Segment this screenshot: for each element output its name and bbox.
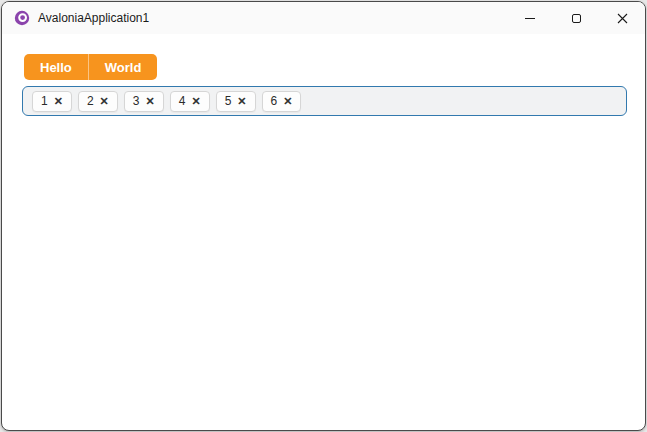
- chip-box[interactable]: 1 ✕ 2 ✕ 3 ✕ 4 ✕ 5 ✕ 6 ✕: [22, 86, 627, 116]
- chip-label: 1: [41, 94, 48, 108]
- app-window: AvaloniaApplication1 Hello World 1 ✕ 2: [1, 1, 646, 431]
- chip-remove-icon[interactable]: ✕: [283, 96, 292, 107]
- maximize-icon: [572, 14, 581, 23]
- maximize-button[interactable]: [553, 2, 599, 34]
- chip-label: 3: [133, 94, 140, 108]
- close-icon: [617, 13, 628, 24]
- chip-5[interactable]: 5 ✕: [216, 91, 256, 112]
- chip-remove-icon[interactable]: ✕: [100, 96, 109, 107]
- chip-remove-icon[interactable]: ✕: [191, 96, 200, 107]
- titlebar[interactable]: AvaloniaApplication1: [2, 2, 645, 34]
- chip-2[interactable]: 2 ✕: [78, 91, 118, 112]
- tab-strip: Hello World: [24, 54, 157, 80]
- minimize-icon: [525, 18, 535, 19]
- chip-label: 6: [271, 94, 278, 108]
- chip-4[interactable]: 4 ✕: [170, 91, 210, 112]
- tab-world[interactable]: World: [88, 54, 158, 80]
- window-title: AvaloniaApplication1: [38, 11, 149, 25]
- chip-label: 2: [87, 94, 94, 108]
- chip-3[interactable]: 3 ✕: [124, 91, 164, 112]
- chip-6[interactable]: 6 ✕: [262, 91, 302, 112]
- avalonia-logo-icon: [14, 10, 30, 26]
- client-area: Hello World 1 ✕ 2 ✕ 3 ✕ 4 ✕ 5 ✕: [2, 34, 645, 116]
- chip-remove-icon[interactable]: ✕: [237, 96, 246, 107]
- chip-remove-icon[interactable]: ✕: [146, 96, 155, 107]
- chip-1[interactable]: 1 ✕: [32, 91, 72, 112]
- minimize-button[interactable]: [507, 2, 553, 34]
- chip-label: 4: [179, 94, 186, 108]
- chip-label: 5: [225, 94, 232, 108]
- close-button[interactable]: [599, 2, 645, 34]
- chip-remove-icon[interactable]: ✕: [54, 96, 63, 107]
- tab-hello[interactable]: Hello: [24, 54, 88, 80]
